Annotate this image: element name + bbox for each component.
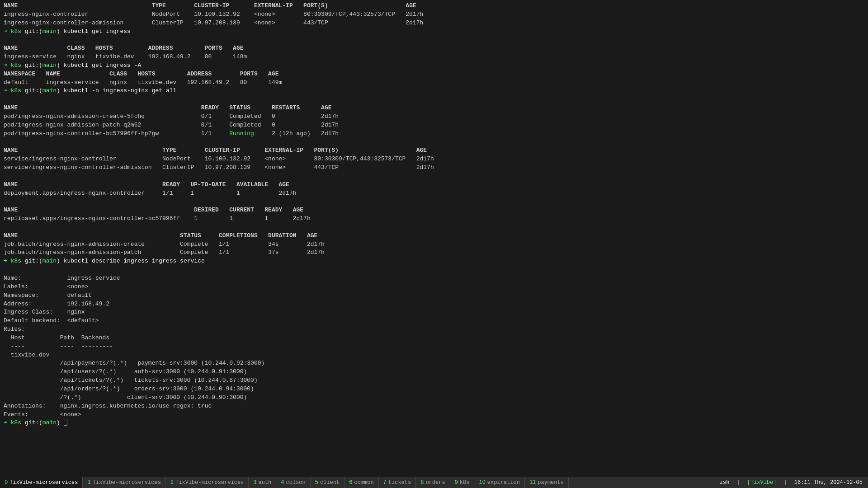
prompt-arrow-2: ➜: [4, 62, 11, 69]
tab-11-num: 11: [529, 479, 536, 486]
tab-5-client[interactable]: 5 client: [311, 477, 344, 488]
deploy-row: deployment.apps/ingress-nginx-controller…: [4, 189, 864, 198]
empty-5: [4, 197, 864, 206]
rs-row: replicaset.apps/ingress-nginx-controller…: [4, 215, 864, 223]
prompt-line-3: ➜ k8s git:(main) kubectl -n ingress-ngin…: [4, 87, 864, 95]
prompt-final: ➜ k8s git:(main) █: [4, 419, 864, 427]
desc-name: Name: ingress-service: [4, 274, 864, 283]
desc-events: Events: <none>: [4, 411, 864, 419]
tab-0-tixvibe[interactable]: 0 TixVibe-microservices: [0, 477, 83, 488]
desc-labels: Labels: <none>: [4, 283, 864, 291]
tab-7-label: tickets: [388, 479, 411, 486]
empty-4: [4, 172, 864, 181]
rs-header: NAME DESIRED CURRENT READY AGE: [4, 206, 864, 215]
tab-10-num: 10: [479, 479, 485, 486]
shell-label: zsh: [720, 479, 730, 486]
job-header: NAME STATUS COMPLETIONS DURATION AGE: [4, 232, 864, 240]
tab-9-label: k8s: [460, 479, 470, 486]
job-row-2: job.batch/ingress-nginx-admission-patch …: [4, 249, 864, 257]
desc-class: Ingress Class: nginx: [4, 308, 864, 317]
empty-7: [4, 266, 864, 274]
terminal-output: NAME TYPE CLUSTER-IP EXTERNAL-IP PORT(S)…: [0, 0, 868, 477]
services-header-1: NAME TYPE CLUSTER-IP EXTERNAL-IP PORT(S)…: [4, 2, 864, 10]
desc-route-3: /api/tickets/?(.*) tickets-srv:3000 (10.…: [4, 376, 864, 385]
tab-8-label: orders: [425, 479, 445, 486]
desc-route-4: /api/orders/?(.*) orders-srv:3000 (10.24…: [4, 385, 864, 394]
prompt-k8s-4: k8s: [11, 258, 21, 264]
tab-10-expiration[interactable]: 10 expiration: [474, 477, 524, 488]
desc-backend: Default backend: <default>: [4, 317, 864, 325]
pod-row-2: pod/ingress-nginx-admission-patch-q2m62 …: [4, 121, 864, 130]
tab-2-tixvibe[interactable]: 2 TixVibe-microservices: [166, 477, 249, 488]
tab-0-label: TixVibe-microservices: [9, 479, 78, 486]
prompt-line-2: ➜ k8s git:(main) kubectl get ingress -A: [4, 61, 864, 70]
datetime-label: 16:11 Thu, 2024-12-05: [794, 479, 863, 486]
tab-7-num: 7: [383, 479, 387, 486]
tab-9-k8s[interactable]: 9 k8s: [450, 477, 475, 488]
desc-route-1: /api/payments/?(.*) payments-srv:3000 (1…: [4, 359, 864, 368]
separator-2: |: [784, 479, 787, 486]
services-header-2: NAME TYPE CLUSTER-IP EXTERNAL-IP PORT(S)…: [4, 146, 864, 155]
statusbar-right: zsh | [TixVibe] | 16:11 Thu, 2024-12-05: [714, 477, 868, 488]
prompt-k8s-1: k8s: [11, 28, 21, 35]
desc-rules: Rules:: [4, 325, 864, 334]
tab-1-tixvibe[interactable]: 1 TixVibe-microservices: [83, 477, 165, 488]
prompt-k8s-3: k8s: [11, 87, 21, 94]
empty-3: [4, 138, 864, 147]
ingress-header-1: NAME CLASS HOSTS ADDRESS PORTS AGE: [4, 44, 864, 53]
desc-rules-header: Host Path Backends: [4, 334, 864, 343]
empty-6: [4, 223, 864, 232]
desc-host: tixvibe.dev: [4, 351, 864, 360]
separator-1: |: [737, 479, 740, 486]
prompt-line-1: ➜ k8s git:(main) kubectl get ingress: [4, 28, 864, 36]
status-running: Running: [229, 130, 254, 137]
prompt-k8s-2: k8s: [11, 62, 21, 69]
tab-3-auth[interactable]: 3 auth: [249, 477, 276, 488]
tab-9-num: 9: [455, 479, 458, 486]
tab-5-num: 5: [315, 479, 318, 486]
deploy-header: NAME READY UP-TO-DATE AVAILABLE AGE: [4, 181, 864, 189]
prompt-arrow-5: ➜: [4, 419, 11, 426]
tab-7-tickets[interactable]: 7 tickets: [379, 477, 416, 488]
tab-4-num: 4: [281, 479, 284, 486]
tab-1-num: 1: [87, 479, 90, 486]
tab-11-label: payments: [538, 479, 564, 486]
tab-8-orders[interactable]: 8 orders: [416, 477, 450, 488]
tab-11-payments[interactable]: 11 payments: [525, 477, 569, 488]
service-row-2: ingress-nginx-controller-admission Clust…: [4, 19, 864, 28]
status-completed-2: Completed: [229, 122, 261, 128]
prompt-k8s-5: k8s: [11, 419, 21, 426]
tab-8-num: 8: [420, 479, 424, 486]
desc-address: Address: 192.168.49.2: [4, 300, 864, 309]
desc-route-5: /?(.*) client-srv:3000 (10.244.0.90:3000…: [4, 394, 864, 402]
tab-6-num: 6: [349, 479, 352, 486]
desc-rules-sep: ---- ---- ---------: [4, 343, 864, 351]
svc-row-2: service/ingress-nginx-controller-admissi…: [4, 164, 864, 172]
tab-5-label: client: [320, 479, 340, 486]
tab-2-label: TixVibe-microservices: [175, 479, 244, 486]
tab-6-common[interactable]: 6 common: [344, 477, 378, 488]
tab-6-label: common: [354, 479, 373, 486]
prompt-line-4: ➜ k8s git:(main) kubectl describe ingres…: [4, 257, 864, 266]
prompt-arrow-1: ➜: [4, 28, 11, 35]
tab-list: 0 TixVibe-microservices 1 TixVibe-micros…: [0, 477, 714, 488]
pods-header: NAME READY STATUS RESTARTS AGE: [4, 104, 864, 113]
svc-row-1: service/ingress-nginx-controller NodePor…: [4, 155, 864, 164]
desc-annotations: Annotations: nginx.ingress.kubernetes.io…: [4, 402, 864, 411]
tab-1-label: TixVibe-microservices: [93, 479, 161, 486]
tab-3-label: auth: [259, 479, 272, 486]
ingress-all-row: default ingress-service nginx tixvibe.de…: [4, 79, 864, 87]
ingress-all-header: NAMESPACE NAME CLASS HOSTS ADDRESS PORTS…: [4, 70, 864, 79]
service-row-1: ingress-nginx-controller NodePort 10.100…: [4, 10, 864, 19]
pod-row-3: pod/ingress-nginx-controller-bc57996ff-h…: [4, 130, 864, 138]
status-completed-1: Completed: [229, 113, 261, 120]
pod-row-1: pod/ingress-nginx-admission-create-5fchq…: [4, 113, 864, 121]
tab-10-label: expiration: [487, 479, 520, 486]
tab-0-num: 0: [5, 479, 8, 486]
desc-namespace: Namespace: default: [4, 291, 864, 300]
desc-route-2: /api/users/?(.*) auth-srv:3000 (10.244.0…: [4, 368, 864, 376]
session-label: [TixVibe]: [747, 479, 777, 486]
ingress-row-1: ingress-service nginx tixvibe.dev 192.16…: [4, 53, 864, 61]
tab-4-colson[interactable]: 4 colson: [276, 477, 310, 488]
prompt-arrow-3: ➜: [4, 87, 11, 94]
